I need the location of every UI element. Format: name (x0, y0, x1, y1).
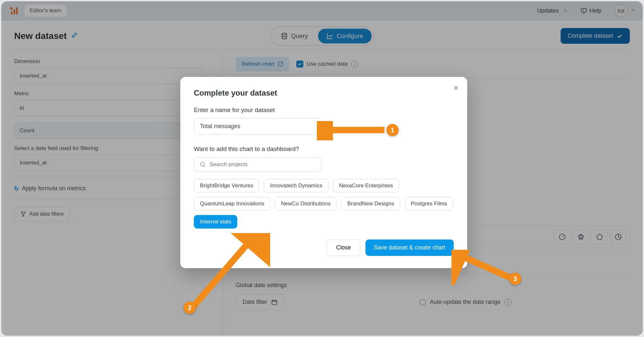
callout-2: 2 (184, 302, 196, 314)
project-chip[interactable]: Innovatech Dynamics (264, 179, 328, 192)
close-icon[interactable]: ✕ (453, 84, 459, 92)
project-chip[interactable]: NewCo Distributions (275, 197, 336, 211)
project-chips: BrightBridge VenturesInnovatech Dynamics… (194, 179, 454, 229)
project-chip[interactable]: Internal stats (194, 215, 237, 229)
dashboard-label: Want to add this chart to a dashboard? (194, 145, 454, 153)
project-chip[interactable]: NexaCore Enterprises (333, 179, 399, 192)
project-chip[interactable]: BrandNew Designs (341, 197, 400, 211)
search-projects-input[interactable] (210, 161, 316, 168)
dataset-name-input[interactable] (194, 118, 321, 135)
callout-1: 1 (386, 124, 399, 136)
app-frame: Editor's team Updates Help Edi New datas… (1, 1, 643, 336)
modal-actions: Close Save dataset & create chart (194, 239, 454, 256)
project-chip[interactable]: Postgres Films (405, 197, 453, 211)
close-button[interactable]: Close (327, 239, 360, 256)
svg-point-13 (200, 162, 204, 166)
modal-title: Complete your dataset (194, 89, 454, 98)
complete-dataset-modal: ✕ Complete your dataset Enter a name for… (180, 77, 467, 268)
project-chip[interactable]: QuantumLeap Innovations (194, 197, 270, 211)
name-label: Enter a name for your dataset (194, 107, 454, 114)
search-projects-wrap[interactable] (194, 157, 321, 172)
project-chip[interactable]: BrightBridge Ventures (194, 179, 259, 192)
callout-3: 3 (509, 273, 521, 285)
save-dataset-button[interactable]: Save dataset & create chart (365, 239, 454, 256)
search-icon (199, 161, 206, 168)
